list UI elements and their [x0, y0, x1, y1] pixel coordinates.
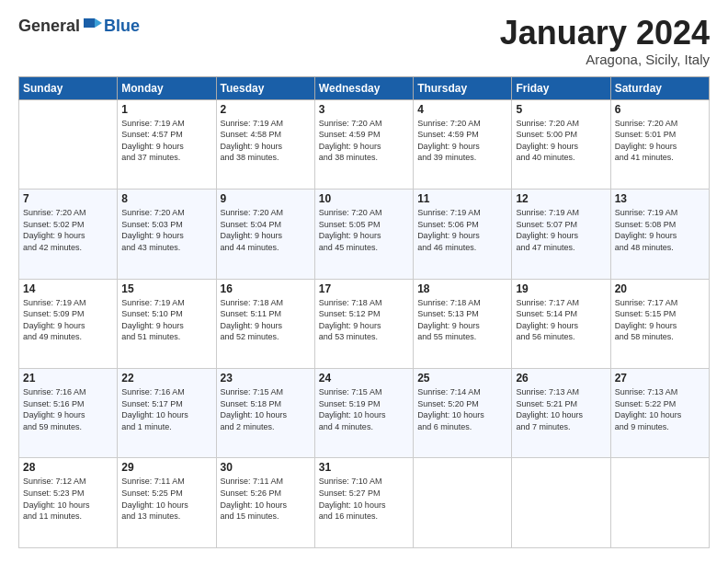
day-info: Sunrise: 7:11 AM Sunset: 5:26 PM Dayligh… — [221, 476, 311, 522]
day-number: 16 — [221, 282, 311, 295]
day-number: 20 — [615, 282, 705, 295]
day-number: 21 — [23, 372, 113, 385]
day-number: 22 — [121, 372, 211, 385]
calendar-cell: 22Sunrise: 7:16 AM Sunset: 5:17 PM Dayli… — [118, 369, 216, 458]
calendar-cell: 7Sunrise: 7:20 AM Sunset: 5:02 PM Daylig… — [19, 190, 118, 279]
day-info: Sunrise: 7:13 AM Sunset: 5:21 PM Dayligh… — [516, 386, 606, 432]
day-number: 27 — [615, 372, 705, 385]
day-number: 19 — [516, 282, 606, 295]
day-info: Sunrise: 7:19 AM Sunset: 4:57 PM Dayligh… — [121, 118, 211, 164]
calendar-cell: 16Sunrise: 7:18 AM Sunset: 5:11 PM Dayli… — [216, 279, 314, 368]
day-info: Sunrise: 7:17 AM Sunset: 5:15 PM Dayligh… — [615, 297, 705, 343]
day-info: Sunrise: 7:14 AM Sunset: 5:20 PM Dayligh… — [417, 386, 507, 432]
calendar-cell: 3Sunrise: 7:20 AM Sunset: 4:59 PM Daylig… — [314, 99, 413, 189]
day-number: 4 — [417, 103, 507, 116]
calendar-cell: 21Sunrise: 7:16 AM Sunset: 5:16 PM Dayli… — [19, 369, 118, 458]
day-info: Sunrise: 7:20 AM Sunset: 4:59 PM Dayligh… — [319, 118, 409, 164]
day-number: 6 — [615, 103, 705, 116]
day-info: Sunrise: 7:13 AM Sunset: 5:22 PM Dayligh… — [615, 386, 705, 432]
day-number: 11 — [417, 192, 507, 205]
day-info: Sunrise: 7:19 AM Sunset: 4:58 PM Dayligh… — [221, 118, 311, 164]
month-title: January 2024 — [500, 15, 710, 52]
subtitle: Aragona, Sicily, Italy — [500, 52, 710, 67]
calendar-cell: 18Sunrise: 7:18 AM Sunset: 5:13 PM Dayli… — [414, 279, 512, 368]
day-info: Sunrise: 7:20 AM Sunset: 5:04 PM Dayligh… — [221, 207, 311, 253]
day-info: Sunrise: 7:20 AM Sunset: 5:03 PM Dayligh… — [121, 207, 211, 253]
svg-marker-0 — [84, 18, 95, 28]
logo-flag-icon — [82, 15, 104, 37]
day-info: Sunrise: 7:20 AM Sunset: 5:00 PM Dayligh… — [516, 118, 606, 164]
day-info: Sunrise: 7:18 AM Sunset: 5:13 PM Dayligh… — [417, 297, 507, 343]
day-number: 2 — [221, 103, 311, 116]
calendar-cell — [414, 458, 512, 548]
day-number: 17 — [319, 282, 409, 295]
day-number: 14 — [23, 282, 113, 295]
day-number: 15 — [121, 282, 211, 295]
calendar-cell: 25Sunrise: 7:14 AM Sunset: 5:20 PM Dayli… — [414, 369, 512, 458]
day-info: Sunrise: 7:20 AM Sunset: 5:01 PM Dayligh… — [615, 118, 705, 164]
calendar-cell: 31Sunrise: 7:10 AM Sunset: 5:27 PM Dayli… — [314, 458, 413, 548]
column-header-thursday: Thursday — [414, 76, 512, 99]
day-number: 12 — [516, 192, 606, 205]
day-number: 31 — [319, 461, 409, 474]
calendar-cell: 4Sunrise: 7:20 AM Sunset: 4:59 PM Daylig… — [414, 99, 512, 189]
svg-marker-1 — [95, 18, 102, 28]
logo: General Blue — [18, 15, 140, 37]
calendar-cell: 12Sunrise: 7:19 AM Sunset: 5:07 PM Dayli… — [512, 190, 610, 279]
day-info: Sunrise: 7:20 AM Sunset: 5:02 PM Dayligh… — [23, 207, 113, 253]
day-number: 25 — [417, 372, 507, 385]
calendar-cell: 17Sunrise: 7:18 AM Sunset: 5:12 PM Dayli… — [314, 279, 413, 368]
calendar-cell: 9Sunrise: 7:20 AM Sunset: 5:04 PM Daylig… — [216, 190, 314, 279]
day-info: Sunrise: 7:20 AM Sunset: 4:59 PM Dayligh… — [417, 118, 507, 164]
day-info: Sunrise: 7:10 AM Sunset: 5:27 PM Dayligh… — [319, 476, 409, 522]
column-header-sunday: Sunday — [19, 76, 118, 99]
day-number: 28 — [23, 461, 113, 474]
day-number: 13 — [615, 192, 705, 205]
calendar-week-row: 21Sunrise: 7:16 AM Sunset: 5:16 PM Dayli… — [19, 369, 710, 458]
day-info: Sunrise: 7:18 AM Sunset: 5:12 PM Dayligh… — [319, 297, 409, 343]
day-info: Sunrise: 7:11 AM Sunset: 5:25 PM Dayligh… — [121, 476, 211, 522]
calendar-cell — [512, 458, 610, 548]
calendar-cell: 30Sunrise: 7:11 AM Sunset: 5:26 PM Dayli… — [216, 458, 314, 548]
calendar-cell: 6Sunrise: 7:20 AM Sunset: 5:01 PM Daylig… — [610, 99, 709, 189]
calendar-week-row: 28Sunrise: 7:12 AM Sunset: 5:23 PM Dayli… — [19, 458, 710, 548]
calendar-cell: 29Sunrise: 7:11 AM Sunset: 5:25 PM Dayli… — [118, 458, 216, 548]
calendar-cell: 8Sunrise: 7:20 AM Sunset: 5:03 PM Daylig… — [118, 190, 216, 279]
calendar-cell: 15Sunrise: 7:19 AM Sunset: 5:10 PM Dayli… — [118, 279, 216, 368]
day-info: Sunrise: 7:19 AM Sunset: 5:09 PM Dayligh… — [23, 297, 113, 343]
calendar-cell: 1Sunrise: 7:19 AM Sunset: 4:57 PM Daylig… — [118, 99, 216, 189]
day-info: Sunrise: 7:17 AM Sunset: 5:14 PM Dayligh… — [516, 297, 606, 343]
day-info: Sunrise: 7:19 AM Sunset: 5:10 PM Dayligh… — [121, 297, 211, 343]
day-number: 3 — [319, 103, 409, 116]
column-header-saturday: Saturday — [610, 76, 709, 99]
column-header-wednesday: Wednesday — [314, 76, 413, 99]
day-number: 5 — [516, 103, 606, 116]
calendar-cell: 23Sunrise: 7:15 AM Sunset: 5:18 PM Dayli… — [216, 369, 314, 458]
calendar-table: SundayMondayTuesdayWednesdayThursdayFrid… — [18, 76, 710, 548]
calendar-cell: 11Sunrise: 7:19 AM Sunset: 5:06 PM Dayli… — [414, 190, 512, 279]
calendar-cell: 13Sunrise: 7:19 AM Sunset: 5:08 PM Dayli… — [610, 190, 709, 279]
calendar-cell: 10Sunrise: 7:20 AM Sunset: 5:05 PM Dayli… — [314, 190, 413, 279]
calendar-week-row: 7Sunrise: 7:20 AM Sunset: 5:02 PM Daylig… — [19, 190, 710, 279]
calendar-cell: 28Sunrise: 7:12 AM Sunset: 5:23 PM Dayli… — [19, 458, 118, 548]
day-number: 18 — [417, 282, 507, 295]
day-number: 8 — [121, 192, 211, 205]
column-header-tuesday: Tuesday — [216, 76, 314, 99]
calendar-header-row: SundayMondayTuesdayWednesdayThursdayFrid… — [19, 76, 710, 99]
day-info: Sunrise: 7:12 AM Sunset: 5:23 PM Dayligh… — [23, 476, 113, 522]
day-number: 23 — [221, 372, 311, 385]
column-header-friday: Friday — [512, 76, 610, 99]
logo-text-blue: Blue — [104, 17, 140, 36]
calendar-cell: 2Sunrise: 7:19 AM Sunset: 4:58 PM Daylig… — [216, 99, 314, 189]
calendar-cell: 14Sunrise: 7:19 AM Sunset: 5:09 PM Dayli… — [19, 279, 118, 368]
column-header-monday: Monday — [118, 76, 216, 99]
day-info: Sunrise: 7:15 AM Sunset: 5:18 PM Dayligh… — [221, 386, 311, 432]
calendar-cell: 27Sunrise: 7:13 AM Sunset: 5:22 PM Dayli… — [610, 369, 709, 458]
logo-area: General Blue — [18, 15, 140, 37]
day-number: 1 — [121, 103, 211, 116]
calendar-cell: 5Sunrise: 7:20 AM Sunset: 5:00 PM Daylig… — [512, 99, 610, 189]
day-info: Sunrise: 7:19 AM Sunset: 5:06 PM Dayligh… — [417, 207, 507, 253]
calendar-cell: 24Sunrise: 7:15 AM Sunset: 5:19 PM Dayli… — [314, 369, 413, 458]
calendar-cell: 20Sunrise: 7:17 AM Sunset: 5:15 PM Dayli… — [610, 279, 709, 368]
calendar-cell: 19Sunrise: 7:17 AM Sunset: 5:14 PM Dayli… — [512, 279, 610, 368]
